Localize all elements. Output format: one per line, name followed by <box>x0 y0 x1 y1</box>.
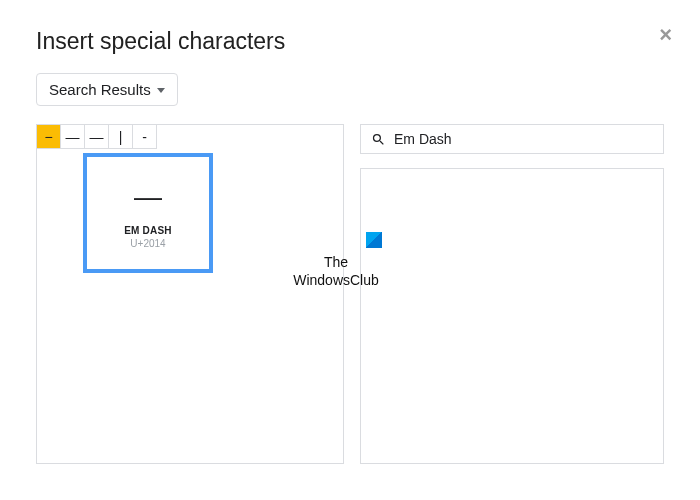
caret-down-icon <box>157 88 165 93</box>
dialog-title: Insert special characters <box>36 28 664 55</box>
draw-panel[interactable] <box>360 168 664 464</box>
close-button[interactable]: × <box>659 24 672 46</box>
char-row: − — — | - <box>37 125 343 149</box>
character-preview-tooltip: — EM DASH U+2014 <box>83 153 213 273</box>
char-cell[interactable]: | <box>109 125 133 149</box>
dropdown-label: Search Results <box>49 81 151 98</box>
close-icon: × <box>659 22 672 47</box>
search-icon <box>371 132 386 147</box>
search-column <box>360 124 664 464</box>
search-input[interactable] <box>394 131 653 147</box>
char-cell[interactable]: — <box>61 125 85 149</box>
character-grid-column: − — — | - — EM DASH U+2014 <box>36 124 344 464</box>
preview-glyph: — <box>134 183 162 211</box>
insert-special-characters-dialog: × Insert special characters Search Resul… <box>0 0 700 500</box>
char-cell[interactable]: − <box>37 125 61 149</box>
category-dropdown[interactable]: Search Results <box>36 73 178 106</box>
char-cell[interactable]: — <box>85 125 109 149</box>
char-cell[interactable]: - <box>133 125 157 149</box>
content-row: − — — | - — EM DASH U+2014 <box>36 124 664 464</box>
search-box[interactable] <box>360 124 664 154</box>
preview-name: EM DASH <box>124 225 172 236</box>
character-grid-panel: − — — | - — EM DASH U+2014 <box>36 124 344 464</box>
preview-unicode: U+2014 <box>130 238 165 249</box>
